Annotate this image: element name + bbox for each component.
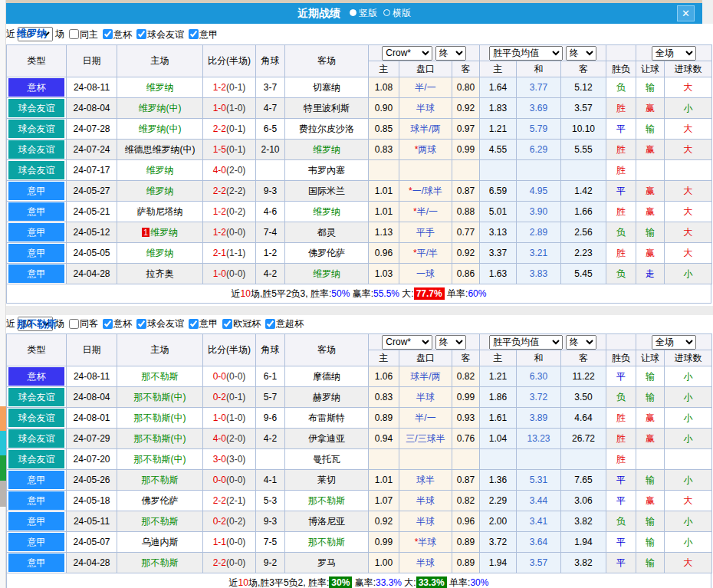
- cell-competition: 意甲: [7, 202, 67, 222]
- league-filter[interactable]: 意甲: [184, 318, 218, 329]
- scope-select[interactable]: 全场: [652, 335, 696, 350]
- league-filter[interactable]: 意超杯: [261, 318, 304, 329]
- cell-mean-home: [480, 160, 517, 181]
- same-venue-checkbox[interactable]: [69, 319, 79, 329]
- cell-corners: 5-3: [256, 491, 285, 511]
- same-venue-filter[interactable]: 同主: [64, 29, 98, 40]
- cell-result: 负: [606, 77, 636, 98]
- cell-mean-home: 6.59: [480, 181, 517, 202]
- league-checkbox[interactable]: [136, 319, 146, 329]
- col-date: 日期: [67, 334, 117, 366]
- cell-handicap-result: 输: [636, 366, 665, 387]
- col-mean-home: 主: [480, 350, 517, 366]
- cell-result: 负: [606, 222, 636, 243]
- cell-corners: [256, 160, 285, 181]
- cell-score: 1-2(0-2): [203, 202, 256, 222]
- cell-home-odds: 0.83: [369, 140, 399, 160]
- close-icon[interactable]: ✕: [677, 5, 695, 21]
- match-row: 意甲24-05-05维罗纳2-1(1-1)1-2佛罗伦萨0.96*平/半0.92…: [7, 243, 712, 264]
- league-checkbox[interactable]: [103, 319, 113, 329]
- final-select[interactable]: 终: [435, 335, 466, 350]
- cell-away-team: 罗马: [285, 553, 369, 573]
- same-venue-checkbox[interactable]: [69, 29, 79, 39]
- league-filter[interactable]: 球会友谊: [132, 29, 184, 40]
- layout-vertical-radio[interactable]: [350, 9, 356, 16]
- odds-company-select[interactable]: Crow*: [382, 335, 432, 350]
- cell-goals-result: 小: [665, 98, 712, 119]
- wdl-mean-select[interactable]: 胜平负均值: [489, 46, 563, 61]
- cell-goals-result: [665, 160, 712, 181]
- final-select[interactable]: 终: [435, 46, 466, 61]
- cell-away-team: 韦罗內塞: [285, 160, 369, 181]
- cell-goals-result: 大: [665, 243, 712, 264]
- cell-away-odds: 0.92: [452, 243, 480, 264]
- scope-select-cell: 全场: [636, 334, 712, 350]
- layout-vertical-label[interactable]: 竖版: [359, 7, 377, 20]
- cell-mean-home: 1.21: [480, 366, 517, 387]
- league-filter[interactable]: 意甲: [184, 29, 218, 40]
- cell-goals-result: 小: [665, 387, 712, 408]
- col-wdl: 胜负: [606, 350, 636, 366]
- scope-select[interactable]: 全场: [652, 46, 696, 61]
- cell-home-odds: 1.01: [369, 470, 399, 491]
- cell-competition: 意杯: [7, 366, 67, 387]
- games-label: 场: [55, 28, 64, 39]
- league-filter[interactable]: 意杯: [98, 29, 132, 40]
- col-type: 类型: [7, 45, 67, 77]
- cell-home-team: 那不勒斯: [117, 511, 203, 532]
- cell-handicap: 半/一: [399, 408, 452, 429]
- cell-result: 负: [606, 387, 636, 408]
- cell-corners: 4-1: [256, 470, 285, 491]
- wdl-mean-select[interactable]: 胜平负均值: [489, 335, 563, 350]
- league-checkbox[interactable]: [222, 319, 232, 329]
- cell-date: 24-04-28: [67, 553, 117, 573]
- cell-corners: 1-2: [256, 243, 285, 264]
- summary-segment: 大:: [399, 288, 414, 299]
- cell-handicap-result: 赢: [636, 140, 665, 160]
- cell-competition: 球会友谊: [7, 140, 67, 160]
- league-checkbox[interactable]: [265, 319, 275, 329]
- cell-competition: 意甲: [7, 511, 67, 532]
- cell-away-odds: 0.82: [452, 491, 480, 511]
- team-name-title: 那不勒斯: [17, 315, 57, 333]
- league-filter[interactable]: 意杯: [98, 318, 132, 329]
- background-fragment: [0, 481, 6, 507]
- cell-handicap: [399, 449, 452, 470]
- competition-badge: 球会友谊: [8, 161, 64, 179]
- final-select[interactable]: 终: [566, 335, 596, 350]
- competition-badge: 意甲: [8, 533, 64, 551]
- layout-horizontal-radio[interactable]: [383, 9, 390, 16]
- cell-date: 24-07-17: [67, 160, 117, 181]
- cell-mean-away: 3.06: [561, 491, 606, 511]
- cell-competition: 球会友谊: [7, 98, 67, 119]
- cell-corners: 7-4: [256, 222, 285, 243]
- cell-handicap: 一球: [399, 264, 452, 284]
- match-row: 意甲24-04-28拉齐奥1-0(0-0)4-2维罗纳1.03一球0.861.6…: [7, 264, 712, 284]
- final-select[interactable]: 终: [566, 46, 596, 61]
- summary-segment: 大:: [402, 577, 416, 588]
- cell-result: 平: [606, 181, 636, 202]
- cell-mean-draw: 6.30: [517, 366, 561, 387]
- league-checkbox[interactable]: [136, 29, 146, 39]
- cell-handicap-result: 赢: [636, 202, 665, 222]
- cell-mean-home: 2.00: [480, 511, 517, 532]
- cell-handicap-result: 赢: [636, 98, 665, 119]
- top-right-gap: [702, 0, 713, 24]
- cell-corners: 4-6: [256, 202, 285, 222]
- cell-home-odds: 0.94: [369, 429, 399, 449]
- cell-corners: 9-3: [256, 511, 285, 532]
- same-venue-filter[interactable]: 同客: [64, 318, 98, 329]
- league-filter[interactable]: 球会友谊: [132, 318, 184, 329]
- league-checkbox[interactable]: [189, 319, 199, 329]
- league-filter[interactable]: 欧冠杯: [218, 318, 261, 329]
- cell-mean-draw: 3.44: [517, 491, 561, 511]
- cell-goals-result: 小: [665, 264, 712, 284]
- layout-horizontal-label[interactable]: 横版: [393, 7, 411, 20]
- league-checkbox[interactable]: [189, 29, 199, 39]
- cell-score: 1-0(0-0): [203, 264, 256, 284]
- cell-score: 2-1(1-1): [203, 243, 256, 264]
- odds-company-select[interactable]: Crow*: [382, 46, 432, 61]
- col-odds-away: 客: [452, 350, 480, 366]
- cell-handicap: 半球: [399, 387, 452, 408]
- league-checkbox[interactable]: [103, 29, 113, 39]
